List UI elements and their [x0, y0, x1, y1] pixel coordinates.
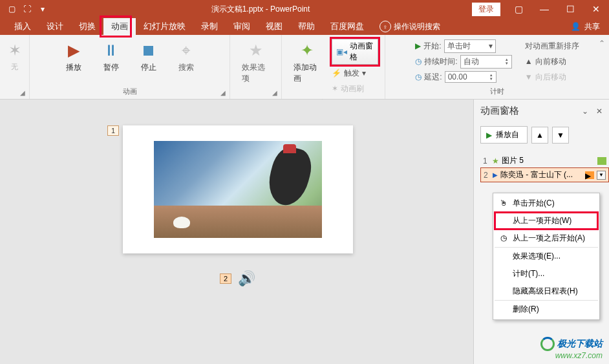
ribbon-content: ✶ 无 ◢ ▶ 播放 ⏸ 暂停 ⏹ 停止 ⌖ 搜索 动画◢ [0, 35, 609, 100]
logo-swirl-icon [540, 337, 555, 351]
anim-name: 陈奕迅 - 富士山下 (... [500, 169, 582, 180]
animation-list: 1 ★ 图片 5 2 ▶ 陈奕迅 - 富士山下 (... ▶ ▼ [474, 147, 609, 182]
ribbon-display-options-icon[interactable]: ▢ [506, 0, 531, 18]
anim-name: 图片 5 [502, 155, 595, 166]
timeline-bar [597, 157, 606, 165]
qat-fullscreen-icon[interactable]: ⛶ [21, 3, 34, 16]
animation-pane-button[interactable]: ▣◂ 动画窗格 [332, 39, 378, 65]
arrow-up-icon: ▲ [536, 131, 544, 140]
delay-label: 延迟: [424, 72, 442, 83]
group-timing-label: 计时 [490, 87, 504, 95]
animation-item[interactable]: 2 ▶ 陈奕迅 - 富士山下 (... ▶ ▼ [480, 167, 609, 182]
animation-context-menu: 🖱 单击开始(C) 从上一项开始(W) ◷ 从上一项之后开始(A) 效果选项(E… [493, 193, 600, 320]
arrow-down-icon: ▼ [525, 72, 533, 81]
stop-label: 停止 [141, 62, 156, 73]
animation-order-badge[interactable]: 2 [220, 273, 231, 284]
add-animation-label: 添加动画 [294, 62, 320, 84]
move-down-button[interactable]: ▼ [552, 127, 569, 144]
menu-timing[interactable]: 计时(T)... [495, 265, 598, 283]
start-dropdown[interactable]: 单击时▾ [444, 39, 496, 53]
slide[interactable] [123, 125, 353, 253]
animation-painter-button[interactable]: ✶ 动画刷 [332, 81, 378, 96]
dialog-launcher-icon[interactable]: ◢ [220, 89, 226, 96]
play-icon: ▶ [486, 131, 492, 140]
anim-index: 1 [483, 156, 489, 166]
menu-remove[interactable]: 删除(R) [495, 301, 598, 318]
star-icon: ★ [246, 40, 266, 61]
minimize-button[interactable]: — [531, 0, 557, 18]
group-anim-label: 动画 [123, 87, 137, 95]
tell-me-bulb-icon: ♀ [379, 21, 391, 32]
animation-order-badge[interactable]: 1 [107, 125, 119, 136]
trigger-button[interactable]: ⚡ 触发 ▾ [332, 66, 378, 80]
stop-icon: ⏹ [138, 40, 159, 61]
dialog-launcher-icon[interactable]: ◢ [20, 89, 25, 96]
slide-canvas[interactable]: 1 2 🔊 [3, 100, 473, 364]
arrow-down-icon: ▼ [557, 131, 564, 140]
start-label: 开始: [423, 41, 441, 52]
tab-animations[interactable]: 动画 [103, 18, 136, 35]
duration-input[interactable]: 自动▲▼ [460, 55, 512, 69]
item-dropdown-icon[interactable]: ▼ [597, 171, 606, 180]
preview-drop[interactable]: ✶ 无 [3, 37, 27, 74]
chevron-down-icon: ▾ [489, 41, 493, 50]
brush-icon: ✶ [332, 84, 338, 93]
play-button[interactable]: ▶ 播放 [56, 37, 92, 76]
tab-transitions[interactable]: 切换 [71, 18, 103, 35]
clock-icon: ◷ [498, 233, 509, 243]
close-button[interactable]: ✕ [583, 0, 609, 18]
tab-view[interactable]: 视图 [258, 18, 290, 35]
qat-overflow-icon[interactable]: ▾ [36, 3, 49, 16]
login-button[interactable]: 登录 [472, 3, 500, 16]
move-up-button[interactable]: ▲ [531, 127, 548, 144]
reorder-label: 对动画重新排序 [525, 39, 579, 53]
window-titlebar: ▢ ⛶ ▾ 演示文稿1.pptx - PowerPoint 登录 ▢ — ☐ ✕ [0, 0, 609, 18]
play-from-button[interactable]: ▶ 播放自 [480, 126, 528, 144]
collapse-ribbon-icon[interactable]: ⌃ [599, 39, 605, 48]
animation-pane-label: 动画窗格 [350, 41, 374, 63]
speaker-icon[interactable]: 🔊 [237, 269, 256, 288]
arrow-up-icon: ▲ [525, 57, 533, 66]
entrance-star-icon: ★ [492, 156, 499, 166]
tab-design[interactable]: 设计 [39, 18, 71, 35]
pause-label: 暂停 [103, 62, 119, 73]
share-person-icon: 👤 [571, 22, 581, 31]
none-icon: ✶ [5, 40, 25, 61]
pause-button[interactable]: ⏸ 暂停 [93, 37, 129, 76]
timeline-bar: ▶ [585, 171, 594, 179]
play-label: 播放 [66, 62, 81, 73]
tab-review[interactable]: 审阅 [226, 18, 258, 35]
tab-slideshow[interactable]: 幻灯片放映 [136, 18, 193, 35]
share-button[interactable]: 共享 [584, 21, 600, 32]
menu-with-previous[interactable]: 从上一项开始(W) [495, 212, 598, 230]
document-title: 演示文稿1.pptx - PowerPoint [49, 4, 472, 15]
maximize-button[interactable]: ☐ [557, 0, 583, 18]
add-animation-button[interactable]: ✦ 添加动画 [286, 37, 328, 87]
tell-me-search[interactable]: 操作说明搜索 [394, 21, 440, 32]
search-label: 搜索 [178, 62, 194, 73]
move-later-button: ▼向后移动 [525, 70, 579, 84]
tab-record[interactable]: 录制 [193, 18, 226, 35]
tab-baidu[interactable]: 百度网盘 [323, 18, 372, 35]
menu-on-click[interactable]: 🖱 单击开始(C) [495, 195, 598, 212]
clock-icon: ◷ [415, 57, 422, 66]
pane-chevron-icon[interactable]: ⌄ [582, 107, 588, 116]
pane-close-icon[interactable]: ✕ [596, 107, 603, 116]
stop-button[interactable]: ⏹ 停止 [131, 37, 167, 76]
animation-item[interactable]: 1 ★ 图片 5 [480, 154, 609, 167]
move-earlier-button[interactable]: ▲向前移动 [525, 54, 579, 69]
menu-hide-timeline[interactable]: 隐藏高级日程表(H) [495, 283, 598, 301]
tab-help[interactable]: 帮助 [290, 18, 323, 35]
anim-index: 2 [484, 171, 490, 180]
search-button[interactable]: ⌖ 搜索 [168, 37, 204, 76]
image-placeholder[interactable] [154, 141, 322, 238]
ribbon-tabs: 插入 设计 切换 动画 幻灯片放映 录制 审阅 视图 帮助 百度网盘 ♀ 操作说… [0, 18, 609, 35]
start-play-icon: ▶ [415, 41, 421, 50]
menu-effect-options[interactable]: 效果选项(E)... [495, 248, 598, 265]
qat-start-presentation-icon[interactable]: ▢ [5, 3, 18, 16]
watermark: 极光下载站 www.xz7.com [540, 337, 603, 360]
delay-input[interactable]: 00.00▲▼ [445, 71, 497, 83]
tab-insert[interactable]: 插入 [6, 18, 39, 35]
menu-after-previous[interactable]: ◷ 从上一项之后开始(A) [495, 230, 598, 248]
dialog-launcher-icon[interactable]: ◢ [272, 89, 277, 96]
